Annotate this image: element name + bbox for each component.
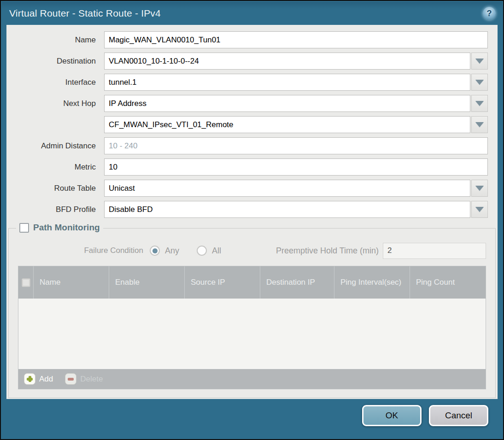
chevron-down-icon (475, 59, 484, 64)
form-row-metric: Metric (6, 158, 488, 176)
radio-all[interactable]: All (197, 246, 221, 256)
preemptive-hold-time-label: Preemptive Hold Time (min) (276, 246, 379, 256)
failure-condition-radio-group: Any All (143, 246, 221, 256)
chevron-down-icon (475, 186, 484, 191)
preemptive-hold-time-input[interactable] (383, 243, 486, 259)
table-header-checkbox-cell (18, 266, 34, 299)
bfd-profile-input[interactable] (104, 201, 470, 218)
destination-dropdown-button[interactable] (471, 53, 488, 70)
delete-icon (65, 373, 76, 385)
interface-label: Interface (6, 78, 100, 87)
path-monitoring-table: Name Enable Source IP Destination IP Pin… (18, 266, 486, 389)
name-input[interactable] (104, 31, 488, 48)
ok-button[interactable]: OK (362, 405, 422, 426)
form-row-interface: Interface (6, 74, 488, 91)
path-monitoring-section: Path Monitoring Failure Condition Any Al… (8, 228, 496, 398)
form-row-name: Name (6, 31, 488, 48)
select-all-checkbox[interactable] (22, 278, 30, 287)
help-icon[interactable]: ? (483, 7, 496, 20)
radio-unselected-icon (197, 246, 207, 256)
column-header-enable[interactable]: Enable (109, 266, 185, 299)
cancel-button[interactable]: Cancel (429, 405, 488, 426)
column-header-ping-count[interactable]: Ping Count (410, 266, 486, 299)
add-button[interactable]: Add (24, 373, 53, 385)
metric-input[interactable] (104, 158, 488, 176)
form-row-next-hop: Next Hop (6, 95, 488, 112)
column-header-destination-ip[interactable]: Destination IP (260, 266, 334, 299)
metric-label: Metric (6, 163, 100, 172)
name-label: Name (6, 35, 100, 45)
chevron-down-icon (475, 207, 484, 212)
dialog-footer: OK Cancel (2, 399, 502, 438)
chevron-down-icon (475, 80, 484, 85)
chevron-down-icon (475, 101, 484, 106)
interface-input[interactable] (104, 74, 470, 91)
form-row-next-hop-address (6, 116, 488, 133)
next-hop-dropdown-button[interactable] (471, 95, 488, 112)
admin-distance-input[interactable] (104, 137, 488, 154)
next-hop-address-input[interactable] (104, 116, 470, 133)
form-row-admin-distance: Admin Distance (6, 137, 488, 154)
dialog-content: Name Destination Interface (6, 25, 498, 399)
route-table-dropdown-button[interactable] (471, 180, 488, 197)
route-table-input[interactable] (104, 180, 470, 197)
interface-dropdown-button[interactable] (471, 74, 488, 91)
destination-input[interactable] (104, 53, 470, 70)
next-hop-type-input[interactable] (104, 95, 470, 112)
static-route-form: Name Destination Interface (6, 25, 498, 218)
form-row-route-table: Route Table (6, 180, 488, 197)
column-header-name[interactable]: Name (34, 266, 109, 299)
add-icon (24, 373, 35, 385)
title-bar: Virtual Router - Static Route - IPv4 ? (2, 2, 502, 25)
table-body-empty (18, 299, 486, 369)
path-monitoring-checkbox[interactable] (19, 223, 29, 233)
radio-any[interactable]: Any (150, 246, 179, 256)
path-monitoring-title: Path Monitoring (33, 223, 100, 233)
chevron-down-icon (475, 122, 484, 127)
path-monitoring-legend: Path Monitoring (16, 223, 103, 233)
delete-button[interactable]: Delete (65, 373, 103, 385)
destination-label: Destination (6, 57, 100, 66)
form-row-destination: Destination (6, 53, 488, 70)
failure-condition-label: Failure Condition (18, 246, 143, 255)
failure-condition-row: Failure Condition Any All Preemptive Hol… (18, 242, 486, 259)
radio-selected-icon (150, 246, 160, 256)
column-header-source-ip[interactable]: Source IP (185, 266, 260, 299)
route-table-label: Route Table (6, 184, 100, 193)
table-header: Name Enable Source IP Destination IP Pin… (18, 266, 486, 299)
table-toolbar: Add Delete (18, 369, 486, 389)
admin-distance-label: Admin Distance (6, 141, 100, 151)
bfd-profile-label: BFD Profile (6, 205, 100, 214)
next-hop-label: Next Hop (6, 99, 100, 108)
static-route-dialog: Virtual Router - Static Route - IPv4 ? N… (0, 0, 504, 440)
form-row-bfd-profile: BFD Profile (6, 201, 488, 218)
dialog-title: Virtual Router - Static Route - IPv4 (9, 8, 161, 19)
next-hop-address-dropdown-button[interactable] (471, 116, 488, 133)
bfd-profile-dropdown-button[interactable] (471, 201, 488, 218)
column-header-ping-interval[interactable]: Ping Interval(sec) (334, 266, 410, 299)
